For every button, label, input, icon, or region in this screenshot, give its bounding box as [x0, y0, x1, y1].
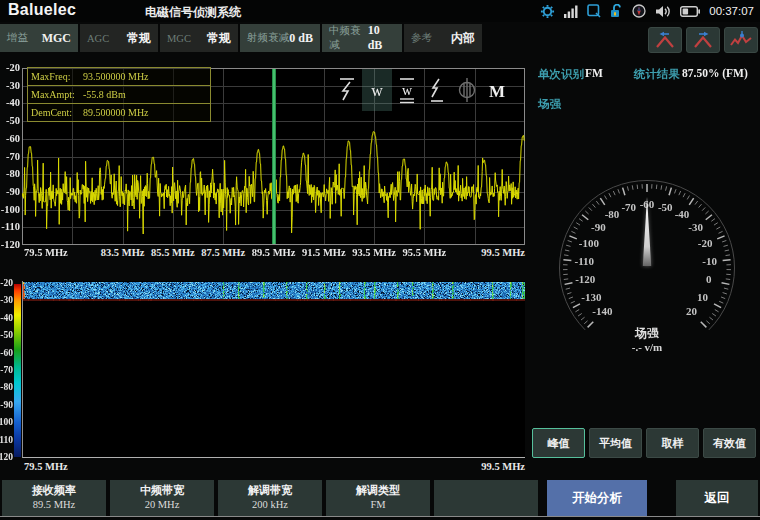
- waterfall-scale-label: -120: [0, 452, 13, 462]
- mgc-value: 常规: [207, 30, 231, 47]
- waterfall-scale-label: -70: [0, 365, 13, 375]
- peak-right-button[interactable]: [686, 27, 720, 53]
- waterfall-scale-label: -110: [0, 435, 13, 445]
- x-tick-label: 85.5 MHz: [151, 247, 195, 258]
- y-tick-label: -50: [0, 115, 20, 127]
- toolbar-cell-if-atten[interactable]: 中频衰减10 dB: [322, 24, 402, 52]
- trace-mode-bar: w w M: [332, 69, 512, 111]
- peak-left-button[interactable]: [648, 27, 682, 53]
- rf-atten-value: 0 dB: [289, 31, 313, 46]
- trace-clear-write-icon[interactable]: w: [362, 69, 392, 111]
- battery-icon: [680, 6, 700, 17]
- toolbar-cell-mgc[interactable]: MGC常规: [160, 24, 238, 52]
- trace-max-hold-icon[interactable]: [332, 69, 362, 111]
- x-tick-label: 79.5 MHz: [24, 247, 68, 258]
- y-tick-label: -30: [0, 80, 20, 92]
- toolbar-cell-rf-atten[interactable]: 射频衰减0 dB: [240, 24, 320, 52]
- receive-frequency-value: 89.5 MHz: [2, 499, 106, 510]
- stats-result-value: 87.50% (FM): [682, 67, 748, 79]
- brand-logo: Baluelec: [8, 1, 76, 19]
- field-if-bandwidth[interactable]: 中频带宽20 MHz: [110, 480, 214, 516]
- gauge-reading: -.- v/m: [597, 341, 697, 353]
- detector-peak-button[interactable]: 峰值: [532, 428, 585, 458]
- demod-center-marker[interactable]: [272, 69, 276, 244]
- lock-open-icon[interactable]: [610, 4, 623, 18]
- y-tick-label: -120: [0, 239, 20, 251]
- reference-value: 内部: [451, 30, 475, 47]
- waterfall-scale-label: -30: [0, 295, 13, 305]
- amplitude-colorbar: [14, 284, 21, 457]
- trace-min-hold-icon[interactable]: w: [392, 69, 422, 111]
- demod-bandwidth-label: 解调带宽: [218, 483, 322, 498]
- toolbar-cell-gain[interactable]: 增益MGC: [0, 24, 78, 52]
- field-demod-type[interactable]: 解调类型FM: [326, 480, 430, 516]
- peak-search-button[interactable]: [724, 27, 758, 53]
- volume-icon[interactable]: [655, 5, 671, 18]
- demod-type-label: 解调类型: [326, 483, 430, 498]
- toolbar-cell-agc[interactable]: AGC常规: [80, 24, 158, 52]
- info-row-demcent: DemCent:89.500000 MHz: [28, 104, 210, 121]
- waterfall-scale-label: -60: [0, 348, 13, 358]
- detector-button-group: 峰值 平均值 取样 有效值: [532, 428, 756, 458]
- field-demod-bandwidth[interactable]: 解调带宽200 kHz: [218, 480, 322, 516]
- compass-icon: [632, 4, 646, 18]
- waterfall-x-left-label: 79.5 MHz: [24, 461, 68, 472]
- detector-rms-button[interactable]: 有效值: [703, 428, 756, 458]
- mgc-label: MGC: [167, 33, 191, 44]
- start-analysis-button[interactable]: 开始分析: [547, 480, 647, 516]
- single-recognition-label: 单次识别: [538, 67, 584, 82]
- settings-gear-icon[interactable]: [540, 4, 555, 19]
- demod-type-value: FM: [326, 499, 430, 510]
- detector-sample-button[interactable]: 取样: [646, 428, 699, 458]
- y-tick-label: -20: [0, 62, 20, 74]
- x-tick-label: 83.5 MHz: [101, 247, 145, 258]
- x-tick-label: 89.5 MHz: [252, 247, 296, 258]
- field-receive-frequency[interactable]: 接收频率89.5 MHz: [2, 480, 106, 516]
- receive-frequency-label: 接收频率: [2, 483, 106, 498]
- peak-button-group: [648, 27, 758, 53]
- y-tick-label: -60: [0, 133, 20, 145]
- reference-label: 参考: [411, 31, 432, 45]
- single-recognition-value: FM: [585, 67, 603, 79]
- if-atten-value: 10 dB: [368, 23, 395, 53]
- trace-sample-icon[interactable]: [422, 69, 452, 111]
- waterfall-scale-label: -40: [0, 313, 13, 323]
- maxampt-label: MaxAmpt:: [28, 86, 80, 103]
- waterfall-canvas: [23, 282, 525, 301]
- y-tick-label: -100: [0, 204, 20, 216]
- y-tick-label: -70: [0, 151, 20, 163]
- waterfall-scale-label: -20: [0, 278, 13, 288]
- gain-label: 增益: [7, 31, 28, 45]
- toolbar-cell-reference[interactable]: 参考内部: [404, 24, 482, 52]
- x-tick-label: 93.5 MHz: [352, 247, 396, 258]
- agc-value: 常规: [127, 30, 151, 47]
- x-tick-label: 99.5 MHz: [481, 247, 525, 258]
- demcent-label: DemCent:: [28, 104, 80, 121]
- demcent-value: 89.500000 MHz: [80, 104, 210, 121]
- titlebar: Baluelec 电磁信号侦测系统 00:37:07: [0, 0, 760, 22]
- x-tick-label: 91.5 MHz: [302, 247, 346, 258]
- rf-atten-label: 射频衰减: [247, 31, 289, 45]
- back-button[interactable]: 返回: [676, 480, 758, 516]
- waterfall-scale-label: -80: [0, 382, 13, 392]
- clock: 00:37:07: [709, 5, 754, 17]
- agc-label: AGC: [87, 33, 109, 44]
- y-tick-label: -90: [0, 186, 20, 198]
- if-bandwidth-label: 中频带宽: [110, 483, 214, 498]
- trace-gauss-icon[interactable]: [452, 69, 482, 111]
- demod-bandwidth-value: 200 kHz: [218, 499, 322, 510]
- y-tick-label: -80: [0, 168, 20, 180]
- waterfall-scale-label: -90: [0, 400, 13, 410]
- page-title: 电磁信号侦测系统: [145, 4, 241, 21]
- maxfreq-value: 93.500000 MHz: [80, 68, 210, 85]
- info-row-maxfreq: MaxFreq:93.500000 MHz: [28, 68, 210, 86]
- signal-strength-icon: [564, 5, 578, 18]
- screenshot-icon[interactable]: [587, 4, 601, 18]
- trace-marker-m-icon[interactable]: M: [482, 69, 512, 111]
- detector-average-button[interactable]: 平均值: [589, 428, 642, 458]
- x-tick-label: 95.5 MHz: [403, 247, 447, 258]
- waterfall-scale-label: -100: [0, 417, 13, 427]
- if-bandwidth-value: 20 MHz: [110, 499, 214, 510]
- min-hold-glyph: w: [402, 83, 413, 98]
- field-empty-cell: [434, 480, 538, 516]
